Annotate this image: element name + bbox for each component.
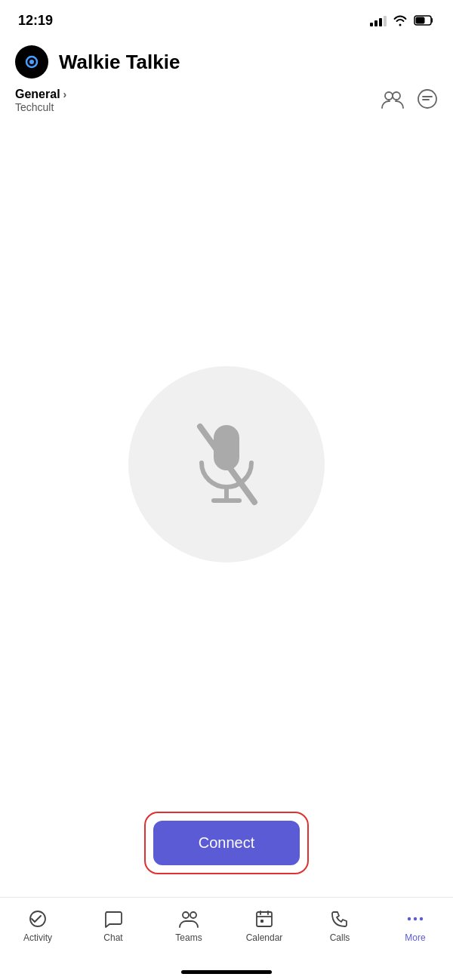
channel-actions <box>381 88 438 112</box>
teams-nav-icon <box>178 908 199 929</box>
svg-point-14 <box>192 914 195 917</box>
channel-chevron: › <box>63 88 67 100</box>
more-label: More <box>405 932 425 943</box>
svg-point-6 <box>393 92 400 100</box>
calendar-label: Calendar <box>246 932 283 943</box>
connect-button[interactable]: Connect <box>153 821 300 865</box>
bottom-nav: Activity Chat Teams <box>0 897 453 980</box>
signal-icon <box>370 14 387 26</box>
wifi-icon <box>393 14 408 26</box>
svg-point-5 <box>385 92 393 100</box>
nav-item-calendar[interactable]: Calendar <box>226 905 302 943</box>
chat-nav-icon <box>103 908 124 929</box>
more-icon <box>405 908 426 929</box>
svg-point-12 <box>183 912 189 918</box>
nav-item-activity[interactable]: Activity <box>0 905 76 943</box>
svg-rect-19 <box>260 920 263 923</box>
app-logo <box>15 45 48 79</box>
activity-label: Activity <box>23 932 52 943</box>
status-time: 12:19 <box>18 13 53 29</box>
nav-item-chat[interactable]: Chat <box>76 905 151 943</box>
calls-label: Calls <box>330 932 350 943</box>
nav-item-calls[interactable]: Calls <box>302 905 378 943</box>
calendar-icon <box>254 908 275 929</box>
teams-label: Teams <box>175 932 202 943</box>
mic-area <box>0 116 453 797</box>
connect-button-wrapper: Connect <box>144 812 310 874</box>
svg-point-4 <box>29 60 34 64</box>
svg-point-21 <box>414 917 417 920</box>
main-content: Walkie Talkie General › Techcult <box>0 38 453 897</box>
app-title: Walkie Talkie <box>59 51 180 74</box>
svg-point-20 <box>408 917 411 920</box>
connect-area: Connect <box>0 797 453 897</box>
activity-icon <box>27 908 48 929</box>
svg-point-7 <box>418 90 436 108</box>
nav-item-teams[interactable]: Teams <box>151 905 226 943</box>
chat-icon[interactable] <box>417 88 438 112</box>
channel-name[interactable]: General › <box>15 88 66 101</box>
app-header: Walkie Talkie <box>0 38 453 85</box>
channel-team: Techcult <box>15 101 66 113</box>
svg-rect-1 <box>416 17 425 24</box>
status-bar: 12:19 <box>0 0 453 38</box>
calls-icon <box>329 908 350 929</box>
svg-point-22 <box>420 917 423 920</box>
people-icon[interactable] <box>381 88 405 112</box>
battery-icon <box>414 14 435 26</box>
home-indicator <box>181 970 272 974</box>
channel-row: General › Techcult <box>0 85 453 116</box>
chat-label: Chat <box>103 932 122 943</box>
mic-circle <box>128 366 325 562</box>
nav-item-more[interactable]: More <box>378 905 453 943</box>
channel-info: General › Techcult <box>15 88 66 113</box>
status-icons <box>370 14 435 26</box>
svg-rect-15 <box>257 912 272 926</box>
